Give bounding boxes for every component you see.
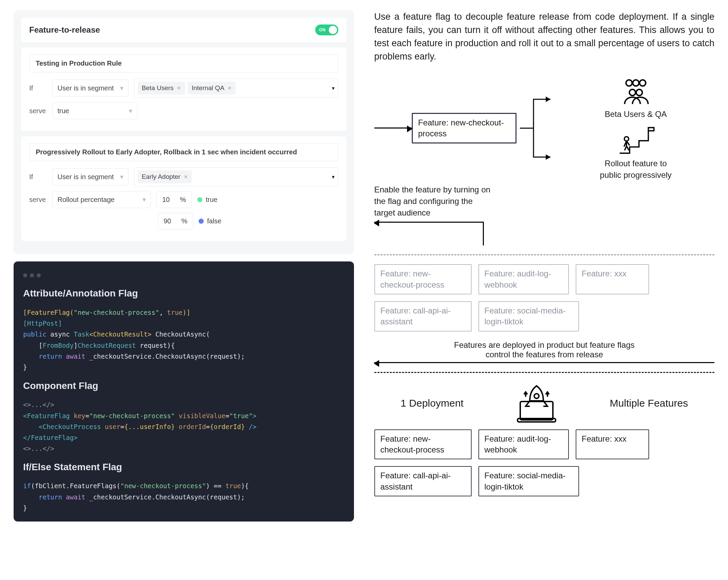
toggle-on-label: ON: [317, 28, 326, 32]
stairs-flag-icon: [557, 125, 715, 158]
rule-title: Progressively Rollout to Early Adopter, …: [29, 143, 338, 161]
if-label: If: [29, 84, 47, 92]
feature-box-grey: Feature: xxx: [576, 264, 649, 294]
code-heading-component: Component Flag: [23, 378, 344, 394]
panel-header: Feature-to-release ON: [21, 18, 346, 42]
arrow-left-icon: [374, 222, 483, 223]
feature-flag-panel: Feature-to-release ON Testing in Product…: [14, 10, 354, 254]
percentage-input[interactable]: 90%: [158, 213, 193, 229]
panel-title: Feature-to-release: [29, 25, 100, 35]
beta-users-label: Beta Users & QA: [557, 108, 715, 120]
feature-box: Feature: xxx: [576, 429, 649, 460]
feature-boxes: Feature: new-checkout-process Feature: a…: [374, 429, 715, 497]
if-label: If: [29, 173, 47, 181]
chip-early-adopter[interactable]: Early Adopter×: [138, 170, 192, 183]
chevron-down-icon: ▾: [142, 195, 146, 204]
feature-box-grey: Feature: call-api-ai-assistant: [374, 301, 472, 331]
code-heading-attribute: Attribute/Annotation Flag: [23, 285, 344, 302]
segment-tags-input[interactable]: Beta Users× Internal QA× ▾: [134, 79, 338, 98]
dashed-divider: [374, 254, 715, 255]
feature-toggle[interactable]: ON: [315, 24, 338, 35]
serve-mode-select[interactable]: Rollout percentage ▾: [52, 191, 151, 208]
serve-label: serve: [29, 107, 47, 115]
svg-point-5: [624, 137, 629, 141]
enable-label: Enable the feature by turning on the fla…: [374, 184, 491, 218]
rule-title: Testing in Production Rule: [29, 54, 338, 72]
dot-true-icon: [197, 197, 202, 202]
intro-paragraph: Use a feature flag to decouple feature r…: [374, 10, 715, 64]
close-icon[interactable]: ×: [177, 84, 181, 92]
close-icon[interactable]: ×: [184, 173, 188, 181]
deployed-features: Feature: new-checkout-process Feature: a…: [374, 264, 715, 331]
svg-point-3: [629, 89, 636, 96]
users-icon: [557, 76, 715, 108]
code-heading-ifelse: If/Else Statement Flag: [23, 459, 344, 475]
svg-point-8: [534, 394, 539, 398]
toggle-knob: [329, 26, 337, 34]
feature-box-grey: Feature: social-media-login-tiktok: [478, 301, 579, 331]
svg-rect-6: [520, 402, 553, 420]
chevron-down-icon: ▾: [120, 84, 123, 92]
left-column: Feature-to-release ON Testing in Product…: [14, 10, 354, 522]
code-card: Attribute/Annotation Flag [FeatureFlag("…: [14, 261, 354, 522]
serve-option-true: true: [197, 196, 217, 204]
feature-box: Feature: new-checkout-process: [374, 429, 472, 460]
feature-box-grey: Feature: audit-log-webhook: [478, 264, 569, 294]
flow-diagram: Feature: new-checkout-process Beta Users…: [374, 76, 715, 497]
right-column: Use a feature flag to decouple feature r…: [374, 10, 715, 522]
serve-mode-value: Rollout percentage: [57, 196, 115, 204]
one-deployment-label: 1 Deployment: [401, 396, 463, 410]
deployed-note: control the features from release: [374, 350, 715, 359]
chevron-down-icon: ▾: [120, 173, 123, 181]
feature-box: Feature: call-api-ai-assistant: [374, 466, 472, 496]
chevron-down-icon: ▾: [332, 174, 335, 180]
multiple-features-label: Multiple Features: [610, 396, 688, 410]
close-icon[interactable]: ×: [228, 84, 232, 92]
arrow-right-icon: [374, 127, 412, 129]
arrow-fork-icon: [517, 87, 557, 169]
feature-box: Feature: audit-log-webhook: [478, 429, 569, 460]
dashed-divider: [374, 372, 715, 373]
chevron-down-icon: ▾: [129, 107, 132, 115]
rollout-label: Rollout feature to public progressively: [557, 158, 715, 181]
svg-point-1: [633, 80, 639, 86]
serve-select[interactable]: true ▾: [52, 102, 137, 119]
percentage-input[interactable]: 10%: [156, 191, 192, 208]
window-dots-icon: [23, 270, 344, 280]
serve-label: serve: [29, 196, 47, 204]
arrow-left-long-icon: [374, 362, 715, 363]
condition-select[interactable]: User is in segment ▾: [52, 168, 129, 185]
feature-box-active: Feature: new-checkout-process: [412, 113, 517, 144]
chip-internal-qa[interactable]: Internal QA×: [188, 82, 236, 95]
svg-point-0: [626, 80, 632, 86]
rule-card-testing: Testing in Production Rule If User is in…: [21, 48, 346, 131]
condition-select[interactable]: User is in segment ▾: [52, 80, 129, 97]
chip-beta-users[interactable]: Beta Users×: [138, 82, 185, 95]
svg-point-4: [636, 89, 642, 96]
rule-card-rollout: Progressively Rollout to Early Adopter, …: [21, 136, 346, 241]
condition-value: User is in segment: [57, 84, 114, 92]
feature-box: Feature: social-media-login-tiktok: [478, 466, 579, 496]
svg-point-2: [640, 80, 646, 86]
serve-option-false: false: [199, 217, 221, 225]
feature-box-grey: Feature: new-checkout-process: [374, 264, 472, 294]
serve-value: true: [57, 107, 69, 115]
deployed-note: Features are deployed in product but fea…: [374, 340, 715, 350]
rocket-deploy-icon: [516, 382, 557, 425]
condition-value: User is in segment: [57, 173, 114, 181]
chevron-down-icon: ▾: [332, 85, 335, 91]
dot-false-icon: [199, 219, 204, 224]
segment-tags-input[interactable]: Early Adopter× ▾: [134, 167, 338, 186]
